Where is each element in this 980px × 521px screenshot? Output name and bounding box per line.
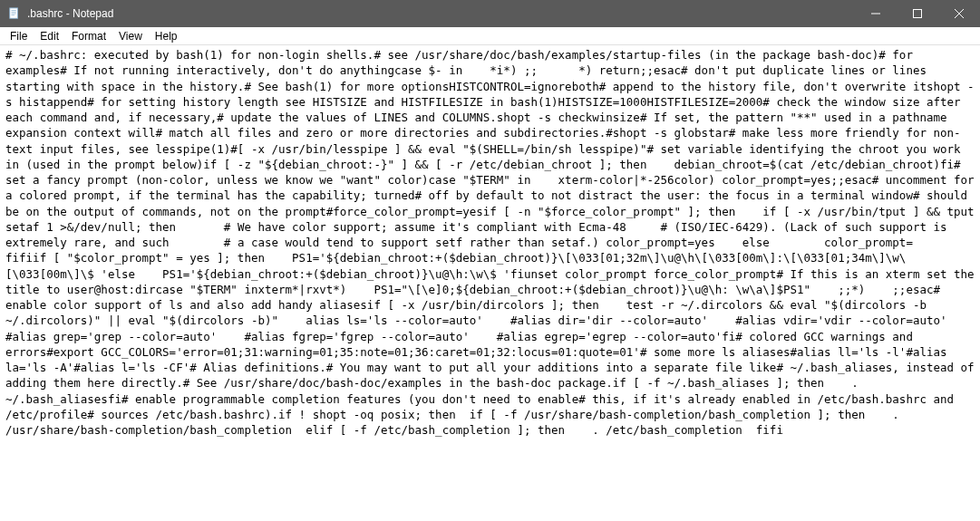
menu-view[interactable]: View xyxy=(112,28,149,44)
menu-edit[interactable]: Edit xyxy=(34,28,65,44)
text-editor-content[interactable]: # ~/.bashrc: executed by bash(1) for non… xyxy=(0,45,980,521)
minimize-button[interactable] xyxy=(855,0,897,27)
notepad-icon xyxy=(7,6,22,21)
menu-format[interactable]: Format xyxy=(65,28,112,44)
menu-bar: File Edit Format View Help xyxy=(0,27,980,45)
menu-file[interactable]: File xyxy=(4,28,34,44)
window-titlebar: .bashrc - Notepad xyxy=(0,0,980,27)
window-controls xyxy=(855,0,980,27)
svg-rect-0 xyxy=(10,8,18,18)
window-title: .bashrc - Notepad xyxy=(27,7,855,20)
svg-rect-6 xyxy=(914,10,922,18)
menu-help[interactable]: Help xyxy=(149,28,184,44)
maximize-button[interactable] xyxy=(897,0,938,27)
close-button[interactable] xyxy=(938,0,980,27)
